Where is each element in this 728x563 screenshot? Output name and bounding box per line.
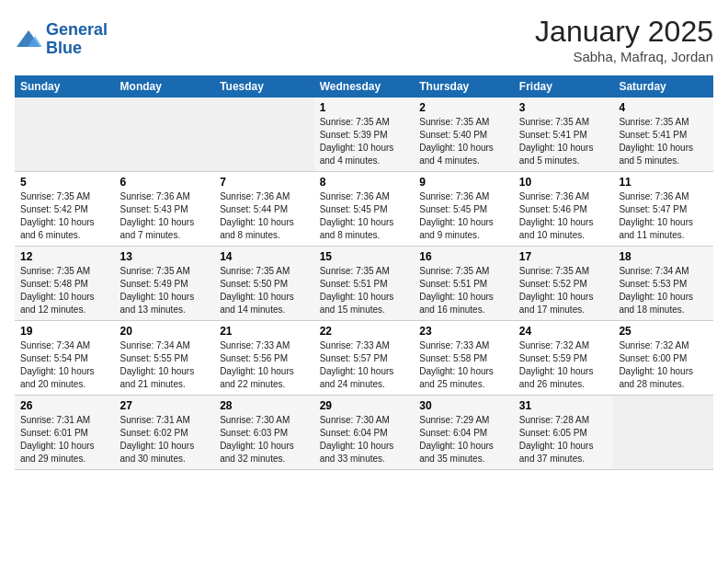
calendar-cell [214, 98, 314, 172]
day-info: Sunrise: 7:35 AMSunset: 5:41 PMDaylight:… [519, 116, 609, 167]
weekday-header: Monday [115, 75, 215, 98]
day-number: 4 [619, 101, 708, 114]
day-number: 6 [120, 176, 210, 189]
calendar-cell: 23Sunrise: 7:33 AMSunset: 5:58 PMDayligh… [414, 321, 514, 396]
day-info: Sunrise: 7:35 AMSunset: 5:48 PMDaylight:… [20, 265, 109, 316]
calendar-cell: 31Sunrise: 7:28 AMSunset: 6:05 PMDayligh… [514, 396, 614, 470]
calendar-cell: 12Sunrise: 7:35 AMSunset: 5:48 PMDayligh… [15, 247, 115, 321]
day-info: Sunrise: 7:30 AMSunset: 6:04 PMDaylight:… [320, 414, 409, 465]
calendar-cell: 27Sunrise: 7:31 AMSunset: 6:02 PMDayligh… [115, 396, 215, 470]
calendar-cell: 2Sunrise: 7:35 AMSunset: 5:40 PMDaylight… [414, 98, 514, 172]
logo: GeneralBlue [15, 21, 108, 58]
day-info: Sunrise: 7:34 AMSunset: 5:53 PMDaylight:… [619, 265, 708, 316]
calendar-cell: 18Sunrise: 7:34 AMSunset: 5:53 PMDayligh… [613, 247, 713, 321]
calendar-cell: 28Sunrise: 7:30 AMSunset: 6:03 PMDayligh… [214, 396, 314, 470]
calendar-week-row: 1Sunrise: 7:35 AMSunset: 5:39 PMDaylight… [15, 98, 713, 172]
calendar-cell [15, 98, 115, 172]
day-info: Sunrise: 7:35 AMSunset: 5:51 PMDaylight:… [419, 265, 508, 316]
month-title: January 2025 [535, 15, 713, 49]
day-info: Sunrise: 7:35 AMSunset: 5:42 PMDaylight:… [20, 190, 109, 242]
calendar-cell: 22Sunrise: 7:33 AMSunset: 5:57 PMDayligh… [314, 321, 415, 396]
day-number: 25 [619, 325, 708, 338]
day-number: 20 [120, 325, 210, 338]
day-number: 17 [519, 250, 609, 263]
day-number: 7 [220, 176, 309, 189]
calendar-cell: 1Sunrise: 7:35 AMSunset: 5:39 PMDaylight… [314, 98, 415, 172]
day-info: Sunrise: 7:28 AMSunset: 6:05 PMDaylight:… [519, 414, 609, 465]
day-number: 31 [519, 399, 609, 412]
calendar-cell: 20Sunrise: 7:34 AMSunset: 5:55 PMDayligh… [115, 321, 215, 396]
day-info: Sunrise: 7:35 AMSunset: 5:51 PMDaylight:… [320, 265, 409, 316]
calendar-cell: 13Sunrise: 7:35 AMSunset: 5:49 PMDayligh… [115, 247, 215, 321]
day-number: 28 [220, 399, 309, 412]
day-info: Sunrise: 7:34 AMSunset: 5:55 PMDaylight:… [120, 339, 210, 391]
day-info: Sunrise: 7:35 AMSunset: 5:52 PMDaylight:… [519, 265, 609, 316]
day-info: Sunrise: 7:36 AMSunset: 5:46 PMDaylight:… [519, 190, 609, 242]
calendar-cell: 5Sunrise: 7:35 AMSunset: 5:42 PMDaylight… [15, 172, 115, 247]
day-number: 11 [619, 176, 708, 189]
day-info: Sunrise: 7:36 AMSunset: 5:45 PMDaylight:… [419, 190, 508, 242]
calendar-week-row: 26Sunrise: 7:31 AMSunset: 6:01 PMDayligh… [15, 396, 713, 470]
calendar-cell: 15Sunrise: 7:35 AMSunset: 5:51 PMDayligh… [314, 247, 415, 321]
day-info: Sunrise: 7:35 AMSunset: 5:41 PMDaylight:… [619, 116, 708, 167]
day-info: Sunrise: 7:33 AMSunset: 5:57 PMDaylight:… [320, 339, 409, 391]
calendar-cell: 29Sunrise: 7:30 AMSunset: 6:04 PMDayligh… [314, 396, 415, 470]
day-info: Sunrise: 7:35 AMSunset: 5:49 PMDaylight:… [120, 265, 210, 316]
calendar-cell: 14Sunrise: 7:35 AMSunset: 5:50 PMDayligh… [214, 247, 314, 321]
day-number: 8 [320, 176, 409, 189]
calendar-cell: 19Sunrise: 7:34 AMSunset: 5:54 PMDayligh… [15, 321, 115, 396]
calendar-cell: 30Sunrise: 7:29 AMSunset: 6:04 PMDayligh… [414, 396, 514, 470]
day-info: Sunrise: 7:36 AMSunset: 5:47 PMDaylight:… [619, 190, 708, 242]
day-number: 1 [320, 101, 409, 114]
calendar-cell: 17Sunrise: 7:35 AMSunset: 5:52 PMDayligh… [514, 247, 614, 321]
day-info: Sunrise: 7:29 AMSunset: 6:04 PMDaylight:… [419, 414, 508, 465]
day-number: 16 [419, 250, 508, 263]
calendar-cell: 16Sunrise: 7:35 AMSunset: 5:51 PMDayligh… [414, 247, 514, 321]
calendar-cell: 9Sunrise: 7:36 AMSunset: 5:45 PMDaylight… [414, 172, 514, 247]
day-number: 26 [20, 399, 109, 412]
day-number: 13 [120, 250, 210, 263]
day-number: 24 [519, 325, 609, 338]
day-number: 19 [20, 325, 109, 338]
calendar-cell: 24Sunrise: 7:32 AMSunset: 5:59 PMDayligh… [514, 321, 614, 396]
weekday-header: Thursday [414, 75, 514, 98]
calendar-cell: 3Sunrise: 7:35 AMSunset: 5:41 PMDaylight… [514, 98, 614, 172]
calendar-cell: 11Sunrise: 7:36 AMSunset: 5:47 PMDayligh… [613, 172, 713, 247]
weekday-header: Tuesday [214, 75, 314, 98]
calendar-cell: 25Sunrise: 7:32 AMSunset: 6:00 PMDayligh… [613, 321, 713, 396]
logo-text: GeneralBlue [46, 21, 108, 58]
day-number: 18 [619, 250, 708, 263]
day-number: 2 [419, 101, 508, 114]
day-number: 10 [519, 176, 609, 189]
calendar-cell [115, 98, 215, 172]
day-number: 12 [20, 250, 109, 263]
calendar-week-row: 5Sunrise: 7:35 AMSunset: 5:42 PMDaylight… [15, 172, 713, 247]
day-info: Sunrise: 7:33 AMSunset: 5:56 PMDaylight:… [220, 339, 309, 391]
day-info: Sunrise: 7:35 AMSunset: 5:50 PMDaylight:… [220, 265, 309, 316]
calendar-week-row: 12Sunrise: 7:35 AMSunset: 5:48 PMDayligh… [15, 247, 713, 321]
title-block: January 2025 Sabha, Mafraq, Jordan [535, 15, 713, 64]
page-header: GeneralBlue January 2025 Sabha, Mafraq, … [15, 15, 713, 64]
day-info: Sunrise: 7:35 AMSunset: 5:40 PMDaylight:… [419, 116, 508, 167]
day-info: Sunrise: 7:36 AMSunset: 5:43 PMDaylight:… [120, 190, 210, 242]
day-info: Sunrise: 7:35 AMSunset: 5:39 PMDaylight:… [320, 116, 409, 167]
day-info: Sunrise: 7:31 AMSunset: 6:02 PMDaylight:… [120, 414, 210, 465]
calendar-cell: 8Sunrise: 7:36 AMSunset: 5:45 PMDaylight… [314, 172, 415, 247]
calendar-cell: 21Sunrise: 7:33 AMSunset: 5:56 PMDayligh… [214, 321, 314, 396]
weekday-header: Friday [514, 75, 614, 98]
calendar-cell: 26Sunrise: 7:31 AMSunset: 6:01 PMDayligh… [15, 396, 115, 470]
logo-icon [15, 29, 42, 51]
day-number: 14 [220, 250, 309, 263]
day-info: Sunrise: 7:30 AMSunset: 6:03 PMDaylight:… [220, 414, 309, 465]
day-info: Sunrise: 7:36 AMSunset: 5:45 PMDaylight:… [320, 190, 409, 242]
location-title: Sabha, Mafraq, Jordan [535, 49, 713, 64]
day-info: Sunrise: 7:33 AMSunset: 5:58 PMDaylight:… [419, 339, 508, 391]
calendar-cell: 7Sunrise: 7:36 AMSunset: 5:44 PMDaylight… [214, 172, 314, 247]
weekday-header: Wednesday [314, 75, 415, 98]
weekday-header: Sunday [15, 75, 115, 98]
day-number: 23 [419, 325, 508, 338]
calendar-week-row: 19Sunrise: 7:34 AMSunset: 5:54 PMDayligh… [15, 321, 713, 396]
calendar-cell [613, 396, 713, 470]
calendar-cell: 4Sunrise: 7:35 AMSunset: 5:41 PMDaylight… [613, 98, 713, 172]
day-number: 3 [519, 101, 609, 114]
